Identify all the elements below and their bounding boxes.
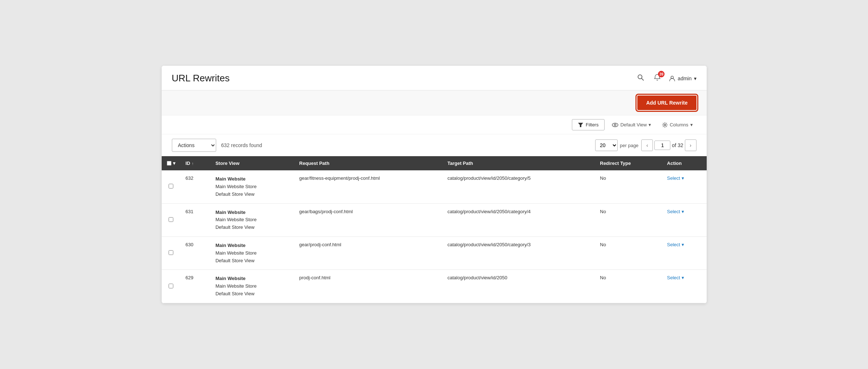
actions-bar: Actions Delete 632 records found 20 30 5… <box>162 134 707 156</box>
svg-line-1 <box>642 78 644 81</box>
add-url-rewrite-button[interactable]: Add URL Rewrite <box>637 96 696 110</box>
row-checkbox-cell <box>162 170 181 203</box>
page-of: of 32 <box>672 142 683 148</box>
row-redirect-type: No <box>595 170 662 203</box>
action-dropdown-icon: ▾ <box>682 175 684 181</box>
table-row: 630 Main Website Main Website Store Defa… <box>162 237 707 270</box>
th-redirect-type[interactable]: Redirect Type <box>595 156 662 170</box>
per-page-label: per page <box>620 143 638 148</box>
pagination: ‹ of 32 › <box>641 139 696 151</box>
actions-right: 20 30 50 100 200 per page ‹ of 32 › <box>595 139 696 151</box>
actions-dropdown[interactable]: Actions Delete <box>172 139 216 151</box>
eye-icon <box>612 122 618 127</box>
notification-button[interactable]: 39 <box>652 72 662 84</box>
row-checkbox-cell <box>162 237 181 270</box>
search-button[interactable] <box>635 72 646 84</box>
table-wrapper: ▾ ID ↑ Store View Request Path <box>162 156 707 303</box>
next-page-button[interactable]: › <box>685 139 697 151</box>
row-select-link[interactable]: Select ▾ <box>667 209 702 214</box>
actions-left: Actions Delete 632 records found <box>172 139 262 152</box>
view-dropdown-icon: ▾ <box>649 122 651 127</box>
row-target-path: catalog/product/view/id/2050/category/3 <box>442 237 595 270</box>
actions-select-container[interactable]: Actions Delete <box>172 139 216 152</box>
action-dropdown-icon: ▾ <box>682 209 684 214</box>
row-request-path: gear/bags/prodj-conf.html <box>294 203 443 236</box>
th-target-path[interactable]: Target Path <box>442 156 595 170</box>
columns-button[interactable]: Columns ▾ <box>658 119 696 130</box>
gear-icon <box>662 122 668 128</box>
row-action: Select ▾ <box>662 270 707 303</box>
select-all-checkbox[interactable] <box>167 161 171 166</box>
row-request-path: gear/fitness-equipment/prodj-conf.html <box>294 170 443 203</box>
action-dropdown-icon: ▾ <box>682 242 684 247</box>
row-id: 631 <box>181 203 210 236</box>
svg-point-4 <box>612 123 618 127</box>
row-target-path: catalog/product/view/id/2050 <box>442 270 595 303</box>
row-id: 630 <box>181 237 210 270</box>
th-action: Action <box>662 156 707 170</box>
row-action: Select ▾ <box>662 237 707 270</box>
user-icon <box>669 75 675 82</box>
id-sort-icon: ↑ <box>192 161 194 166</box>
filters-button[interactable]: Filters <box>572 119 605 130</box>
th-id[interactable]: ID ↑ <box>181 156 210 170</box>
notification-badge: 39 <box>658 71 665 77</box>
table-row: 632 Main Website Main Website Store Defa… <box>162 170 707 203</box>
columns-dropdown-icon: ▾ <box>690 122 693 127</box>
row-select-link[interactable]: Select ▾ <box>667 175 702 181</box>
row-redirect-type: No <box>595 203 662 236</box>
page-title: URL Rewrites <box>172 73 230 84</box>
svg-point-6 <box>664 124 666 126</box>
row-store-view: Main Website Main Website Store Default … <box>210 170 294 203</box>
row-target-path: catalog/product/view/id/2050/category/4 <box>442 203 595 236</box>
admin-menu-button[interactable]: admin ▾ <box>669 75 696 82</box>
row-checkbox[interactable] <box>169 250 173 255</box>
view-label: Default View <box>620 122 647 127</box>
data-table: ▾ ID ↑ Store View Request Path <box>162 156 707 303</box>
table-row: 629 Main Website Main Website Store Defa… <box>162 270 707 303</box>
row-checkbox[interactable] <box>169 184 173 188</box>
row-store-view: Main Website Main Website Store Default … <box>210 270 294 303</box>
row-select-link[interactable]: Select ▾ <box>667 242 702 247</box>
th-request-path[interactable]: Request Path <box>294 156 443 170</box>
row-checkbox[interactable] <box>169 284 173 288</box>
prev-page-button[interactable]: ‹ <box>641 139 653 151</box>
default-view-button[interactable]: Default View ▾ <box>608 119 655 130</box>
admin-dropdown-icon: ▾ <box>694 76 697 81</box>
svg-marker-3 <box>578 123 583 127</box>
row-checkbox[interactable] <box>169 217 173 222</box>
th-checkbox: ▾ <box>162 156 181 170</box>
row-target-path: catalog/product/view/id/2050/category/5 <box>442 170 595 203</box>
action-dropdown-icon: ▾ <box>682 275 684 280</box>
filter-icon <box>578 122 583 127</box>
row-redirect-type: No <box>595 237 662 270</box>
row-redirect-type: No <box>595 270 662 303</box>
page-header: URL Rewrites 39 admin <box>162 66 707 90</box>
header-actions: 39 admin ▾ <box>635 72 696 84</box>
current-page-input[interactable] <box>654 141 670 150</box>
table-row: 631 Main Website Main Website Store Defa… <box>162 203 707 236</box>
row-request-path: prodj-conf.html <box>294 270 443 303</box>
table-header-row: ▾ ID ↑ Store View Request Path <box>162 156 707 170</box>
search-icon <box>637 74 644 81</box>
per-page-dropdown[interactable]: 20 30 50 100 200 <box>595 139 618 151</box>
admin-label: admin <box>678 76 691 81</box>
row-checkbox-cell <box>162 270 181 303</box>
main-container: URL Rewrites 39 admin <box>162 66 707 303</box>
columns-label: Columns <box>670 122 688 127</box>
row-checkbox-cell <box>162 203 181 236</box>
filters-label: Filters <box>586 122 598 127</box>
th-store-view[interactable]: Store View <box>210 156 294 170</box>
row-id: 632 <box>181 170 210 203</box>
svg-point-5 <box>614 124 616 126</box>
row-select-link[interactable]: Select ▾ <box>667 275 702 280</box>
filter-bar: Filters Default View ▾ Columns ▾ <box>162 115 707 134</box>
th-checkbox-dropdown[interactable]: ▾ <box>173 161 175 166</box>
row-store-view: Main Website Main Website Store Default … <box>210 203 294 236</box>
toolbar-top: Add URL Rewrite <box>162 90 707 115</box>
row-id: 629 <box>181 270 210 303</box>
row-action: Select ▾ <box>662 203 707 236</box>
records-count: 632 records found <box>221 142 262 148</box>
per-page-select: 20 30 50 100 200 per page <box>595 139 638 151</box>
row-store-view: Main Website Main Website Store Default … <box>210 237 294 270</box>
